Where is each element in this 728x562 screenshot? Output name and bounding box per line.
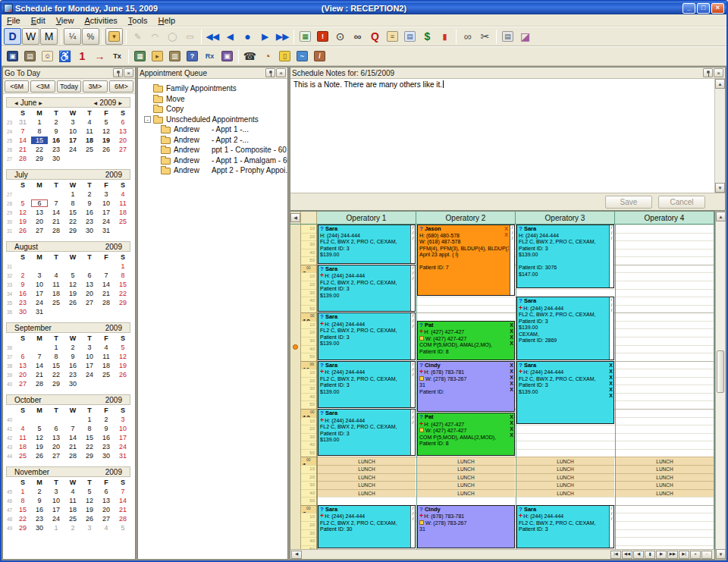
day-view-button[interactable]: D [4, 28, 21, 45]
calendar-day[interactable]: 5 [98, 118, 115, 126]
calendar-day[interactable]: 15 [64, 209, 81, 216]
calendar-day[interactable]: 3 [64, 118, 81, 126]
phone-icon[interactable]: ☎ [241, 48, 259, 64]
calendar-day[interactable]: 29 [48, 380, 64, 388]
calendar-day[interactable]: 7 [98, 272, 115, 279]
office-journal-icon[interactable]: ▤ [21, 48, 39, 64]
lab-case-icon[interactable]: ▣ [218, 48, 236, 64]
daily-notes-icon[interactable]: ≡ [384, 28, 401, 45]
lunch-block[interactable]: LUNCH [417, 457, 515, 465]
calendar-day[interactable]: 16 [48, 137, 64, 144]
calendar-day[interactable]: 1 [31, 118, 48, 126]
calendar-day[interactable]: 25 [48, 299, 64, 306]
calendar-day[interactable]: 3 [31, 272, 48, 279]
calendar-day[interactable]: 17 [48, 506, 64, 513]
calendar-day[interactable]: 13 [31, 209, 48, 216]
calendar-day[interactable]: 31 [14, 118, 31, 126]
imaging-icon[interactable]: ▦ [131, 48, 149, 64]
calendar-day[interactable]: 19 [64, 290, 81, 297]
calendar-day[interactable]: 14 [115, 497, 131, 504]
calendar-day[interactable]: 22 [64, 218, 81, 225]
appointment-block[interactable]: ?SaraH: (244) 244-444FL2 C, BWX 2, PRO C… [318, 224, 416, 264]
calendar-day[interactable]: 9 [31, 497, 48, 504]
calendar-day[interactable]: 31 [98, 227, 115, 234]
family-file-icon[interactable]: ☺ [39, 48, 56, 64]
calendar-day[interactable]: 28 [31, 380, 48, 388]
payment-icon[interactable]: $ [419, 28, 436, 45]
calendar-day[interactable]: 15 [48, 362, 64, 369]
calendar-day[interactable]: 1 [48, 344, 64, 351]
calendar-day[interactable]: 16 [64, 362, 81, 369]
lunch-block[interactable]: LUNCH [616, 465, 714, 473]
calendar-day[interactable]: 31 [31, 308, 48, 316]
today-button[interactable]: Today [57, 80, 81, 93]
calendar-day[interactable]: 18 [64, 506, 81, 513]
calendar-day[interactable]: 6 [48, 425, 64, 432]
calendar-day[interactable]: 3 [48, 488, 64, 495]
calendar-day[interactable]: 8 [48, 353, 64, 360]
calendar-day[interactable]: 4 [115, 190, 131, 198]
calendar-day[interactable]: 25 [14, 452, 31, 460]
current-day-button[interactable]: ▮ [645, 551, 655, 559]
calendar-day[interactable]: 4 [14, 425, 31, 432]
calendar-day[interactable]: 10 [64, 127, 81, 135]
notes-text-area[interactable]: This is a Note. There are many others li… [290, 79, 714, 193]
calendar-day[interactable]: 27 [115, 146, 131, 153]
calendar-day[interactable]: 11 [81, 127, 98, 135]
lunch-block[interactable]: LUNCH [318, 457, 416, 465]
calendar-day[interactable]: 4 [98, 344, 115, 351]
calendar-day[interactable]: 16 [81, 209, 98, 216]
calendar-day[interactable]: 20 [115, 137, 131, 144]
forward-3-months-button[interactable]: 3M> [83, 80, 107, 93]
calendar-day[interactable]: 6 [98, 488, 115, 495]
appointment-block[interactable]: ?Sara+H: (244) 244-444FL2 C, BWX 2, PRO … [516, 297, 614, 360]
calendar-day[interactable]: 30 [81, 227, 98, 234]
calendar-day[interactable]: 2 [98, 416, 115, 423]
calendar-day[interactable]: 5 [64, 272, 81, 279]
calendar-day[interactable]: 12 [115, 353, 131, 360]
calendar-day[interactable]: 3 [115, 416, 131, 423]
calendar-day[interactable]: 14 [48, 209, 64, 216]
calendar-day[interactable]: 26 [115, 371, 131, 378]
lunch-block[interactable]: LUNCH [516, 481, 614, 489]
calendar-day[interactable]: 23 [31, 515, 48, 523]
calendar-day[interactable]: 27 [98, 515, 115, 523]
next-week-button[interactable]: ▶▶ [667, 551, 678, 559]
calendar-day[interactable]: 25 [64, 515, 81, 523]
calendar-day[interactable]: 29 [64, 227, 81, 234]
first-appointment-icon[interactable]: ◀◀ [204, 28, 221, 45]
calendar-day[interactable]: 16 [98, 434, 115, 441]
calendar-day[interactable]: 24 [64, 146, 81, 153]
menu-item-view[interactable]: View [51, 15, 80, 26]
route-slip-icon[interactable]: ▤ [401, 28, 419, 45]
calendar-day[interactable]: 23 [48, 146, 64, 153]
appointment-block[interactable]: ?Sara+H: (244) 244-444FL2 C, BWX 2, PRO … [516, 361, 614, 425]
calendar-day[interactable]: 7 [48, 199, 64, 207]
notes-editor[interactable]: This is a Note. There are many others li… [290, 79, 725, 193]
save-button[interactable]: Save [605, 196, 652, 209]
calendar-day[interactable]: 26 [81, 515, 98, 523]
first-day-button[interactable]: |◀ [610, 551, 621, 559]
calendar-day[interactable]: 9 [14, 281, 31, 288]
previous-month-arrow[interactable]: ◀ [14, 100, 18, 105]
lunch-block[interactable]: LUNCH [318, 489, 416, 498]
back-3-months-button[interactable]: <3M [30, 80, 55, 93]
calendar-day[interactable]: 20 [48, 443, 64, 451]
close-panel-button[interactable]: × [714, 68, 723, 77]
calendar-day[interactable]: 19 [98, 137, 115, 144]
menu-item-file[interactable]: File [2, 15, 26, 26]
previous-year-arrow[interactable]: ◀ [94, 100, 98, 105]
cancel-button[interactable]: Cancel [658, 196, 705, 209]
calendar-day[interactable]: 12 [14, 209, 31, 216]
calendar-day[interactable]: 12 [31, 434, 48, 441]
calendar-day[interactable]: 18 [48, 290, 64, 297]
calendar-day[interactable]: 5 [115, 344, 131, 351]
calendar-day[interactable]: 19 [115, 362, 131, 369]
queue-item[interactable]: Andrewppt 1 - Composite - 60 [143, 145, 287, 155]
calendar-day[interactable]: 30 [48, 155, 64, 162]
supply-gauge-icon[interactable]: ▮ [436, 28, 453, 45]
calendar-day[interactable]: 17 [98, 209, 115, 216]
appointment-block[interactable]: ?Pat+H: (427) 427-427W: (427) 427-427COM… [417, 413, 515, 456]
calendar-day[interactable]: 2 [81, 190, 98, 198]
calendar-day[interactable]: 21 [98, 290, 115, 297]
